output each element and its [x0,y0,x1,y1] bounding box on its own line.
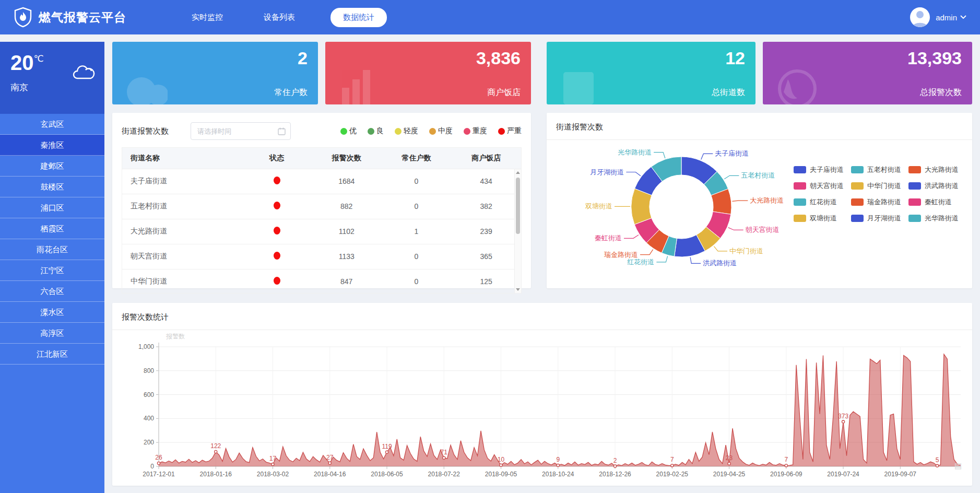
labeled-point-marker[interactable] [671,464,674,467]
donut-label-line [690,257,701,263]
labeled-point-marker[interactable] [842,420,844,423]
donut-legend-item[interactable]: 夫子庙街道 [794,165,844,174]
sidebar-district-item[interactable]: 高淳区 [0,323,104,344]
donut-slice-label: 中华门街道 [729,247,763,255]
sidebar-district-item[interactable]: 鼓楼区 [0,177,104,197]
sidebar-district-item[interactable]: 浦口区 [0,197,104,218]
date-picker-input[interactable] [197,123,276,139]
labeled-point-marker[interactable] [500,464,502,466]
shield-flame-logo-icon [14,7,32,28]
stat-card: 12总街道数 [547,42,755,104]
user-name: admin [936,13,957,22]
labeled-point-marker[interactable] [385,451,388,453]
labeled-point-marker[interactable] [936,464,938,467]
chart-toolbox-icon[interactable]: ▤ [954,461,962,470]
y-axis-name: 报警数 [166,333,185,340]
donut-legend-item[interactable]: 双塘街道 [794,214,844,223]
labeled-point-marker[interactable] [728,462,730,465]
sidebar-district-item[interactable]: 溧水区 [0,302,104,323]
point-value-label: 7 [784,456,788,463]
sidebar-district-item[interactable]: 雨花台区 [0,239,104,260]
donut-legend-item[interactable]: 大光路街道 [908,165,959,174]
labeled-point-marker[interactable] [557,464,559,466]
sidebar-district-item[interactable]: 栖霞区 [0,218,104,239]
sidebar-district-item[interactable]: 玄武区 [0,114,104,135]
table-scrollbar[interactable] [514,169,521,293]
x-axis-tick-label: 2018-07-22 [428,471,461,478]
table-row[interactable]: 大光路街道11021239 [122,219,521,244]
nav-item[interactable]: 数据统计 [330,8,387,27]
donut-label-line [626,172,641,176]
table-row[interactable]: 朝天宫街道11330365 [122,244,521,269]
street-name-cell: 五老村街道 [122,194,242,219]
cloud-watermark-icon [126,68,168,104]
labeled-point-marker[interactable] [215,450,217,453]
status-cell [242,219,312,244]
severity-dot-icon [368,128,374,135]
labeled-point-marker[interactable] [613,465,616,467]
donut-legend-item[interactable]: 瑞金路街道 [851,197,901,207]
donut-legend-item[interactable]: 五老村街道 [851,165,901,174]
street-table: 街道名称状态报警次数常住户数商户饭店 夫子庙街道16840434五老村街道882… [122,147,522,294]
user-icon [910,7,930,27]
stat-card-label: 总报警次数 [920,87,962,98]
labeled-point-marker[interactable] [271,463,274,466]
x-axis-tick-label: 2019-07-24 [827,471,859,478]
merchant-count-cell: 125 [451,269,521,294]
weather-widget: 20 ℃ 南京 [0,42,104,114]
alarm-trend-chart[interactable]: 1,00080060040020002017-12-012018-01-1620… [122,330,963,483]
severity-legend-item: 轻度 [395,126,418,136]
table-row[interactable]: 夫子庙街道16840434 [122,169,521,194]
globe-watermark-icon [776,68,818,104]
x-axis-tick-label: 2017-12-01 [143,471,175,478]
date-picker[interactable] [191,122,291,140]
donut-legend-item[interactable]: 洪武路街道 [908,181,959,191]
severity-dot-icon [464,128,470,135]
labeled-point-marker[interactable] [785,464,787,467]
nav-item[interactable]: 设备列表 [258,8,300,27]
status-dot-icon [274,252,280,260]
severity-legend-item: 优 [340,126,357,136]
point-value-label: 119 [382,443,392,450]
status-cell [242,194,312,219]
labeled-point-marker[interactable] [443,456,445,459]
scroll-down-icon[interactable] [516,288,520,291]
scrollbar-thumb[interactable] [516,178,520,234]
table-row[interactable]: 中华门街道8470125 [122,269,521,294]
donut-legend-item[interactable]: 朝天宫街道 [794,181,844,191]
donut-legend-item[interactable]: 秦虹街道 [908,197,959,207]
point-value-label: 122 [210,442,221,450]
bars-watermark-icon [339,68,381,104]
status-cell [242,244,312,269]
donut-legend-item[interactable]: 红花街道 [794,197,844,207]
donut-legend-item[interactable]: 光华路街道 [908,214,959,223]
sidebar-district-item[interactable]: 六合区 [0,281,104,302]
sidebar-district-item[interactable]: 建邺区 [0,156,104,177]
street-donut-panel: 街道报警次数 夫子庙街道五老村街道大光路街道朝天宫街道中华门街道洪武路街道红花街… [547,113,972,288]
donut-label-line [732,201,748,201]
scroll-up-icon[interactable] [516,171,520,174]
donut-legend-item[interactable]: 月牙湖街道 [851,214,901,223]
resident-count-cell: 1 [382,219,452,244]
y-axis-tick-label: 200 [144,439,154,446]
stat-card-value: 2 [298,48,308,68]
severity-legend-item: 严重 [498,126,522,136]
sidebar-district-item[interactable]: 江宁区 [0,260,104,281]
chevron-down-icon [960,15,966,19]
stat-card-label: 常住户数 [274,87,308,98]
donut-legend-item[interactable]: 中华门街道 [851,181,901,191]
stat-cards: 2常住户数3,836商户饭店12总街道数13,393总报警次数 [112,42,972,104]
severity-legend-item: 重度 [464,126,487,136]
resident-count-cell: 0 [382,194,452,219]
nav-item[interactable]: 实时监控 [186,8,228,27]
merchant-count-cell: 239 [451,219,521,244]
table-row[interactable]: 五老村街道8820382 [122,194,521,219]
user-menu[interactable]: admin [910,7,966,27]
legend-swatch-icon [794,166,806,173]
labeled-point-marker[interactable] [157,462,160,464]
avatar[interactable] [910,7,930,27]
labeled-point-marker[interactable] [328,462,331,464]
sidebar-district-item[interactable]: 秦淮区 [0,135,104,156]
donut-slice-label: 朝天宫街道 [746,226,780,233]
sidebar-district-item[interactable]: 江北新区 [0,344,104,365]
